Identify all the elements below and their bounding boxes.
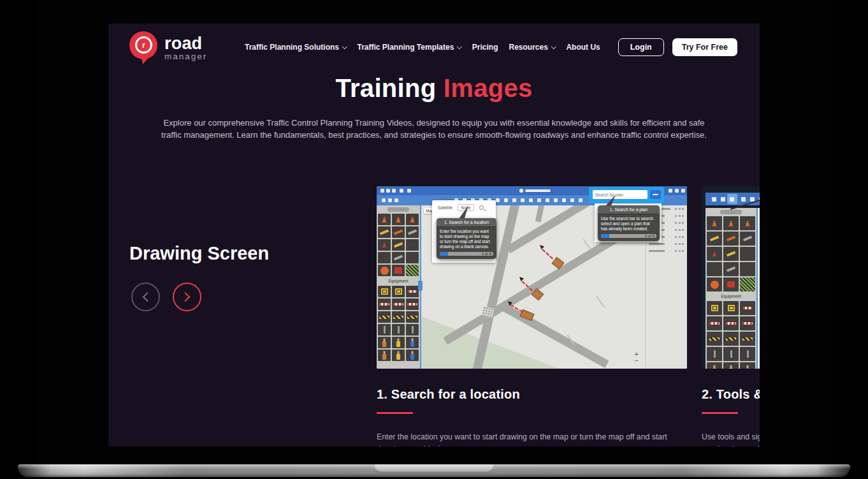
- sign-thumbnail: [392, 298, 405, 310]
- plan-list-row: [646, 247, 687, 254]
- sign-thumbnail: [378, 298, 391, 310]
- app-logo: [519, 189, 551, 193]
- sign-thumbnail: [406, 214, 419, 225]
- toolbar-icon: [579, 198, 582, 202]
- sign-thumbnail: [740, 301, 755, 315]
- panel-divider: [756, 208, 758, 369]
- tooltip-search-plan: 1. Search for a plan Use the search bar …: [598, 205, 660, 241]
- plan-search-input: [593, 190, 647, 199]
- website-screen: r road manager Traffic Planning Solution…: [108, 24, 760, 446]
- sign-thumbnail: [723, 262, 739, 276]
- road-manager-logo-icon: r: [129, 31, 159, 66]
- sign-thumbnail: [406, 239, 419, 251]
- sign-thumbnail: [378, 311, 391, 323]
- toolbar-icon: [562, 198, 566, 202]
- sign-thumbnail: [723, 232, 739, 246]
- sign-thumbnail: [740, 216, 755, 230]
- sign-thumbnail: [723, 277, 739, 291]
- sign-thumbnail: [378, 350, 391, 361]
- sign-thumbnail: [392, 337, 405, 348]
- toolbar-icon: [741, 197, 746, 202]
- toolbar-icon: [570, 198, 574, 202]
- sign-thumbnail: [378, 239, 391, 251]
- panel-drag-handle: [418, 281, 423, 291]
- chevron-down-icon: [457, 44, 462, 49]
- search-submit-button: [650, 190, 661, 199]
- sidebar-tab: [387, 207, 409, 212]
- sign-thumbnail: [723, 332, 739, 346]
- slide-caption: 2. Tools &: [702, 387, 760, 402]
- nav-traffic-planning-templates[interactable]: Traffic Planning Templates: [358, 43, 461, 52]
- sign-thumbnail: [406, 337, 419, 348]
- toolbar-icon: [382, 198, 386, 202]
- sign-thumbnail: [406, 286, 419, 297]
- toolbar-icon: [394, 198, 398, 202]
- section-title: Drawing Screen: [129, 243, 269, 264]
- chevron-left-icon: [143, 292, 153, 302]
- logo-title: road: [164, 36, 207, 52]
- signs-sidebar: Equipment: [377, 205, 420, 369]
- toolbar-icon: [504, 198, 508, 202]
- sign-thumbnail: [378, 226, 391, 238]
- sign-thumbnail: [392, 311, 405, 323]
- toolbar-icon: [546, 198, 549, 202]
- sign-thumbnail: [707, 277, 722, 291]
- sign-thumbnail: [740, 316, 755, 330]
- toolbar-icon: [554, 198, 558, 202]
- sign-thumbnail: [392, 252, 405, 263]
- tutorial-progress-bar: 1 of 6: [440, 252, 493, 256]
- sign-thumbnail: [723, 316, 739, 330]
- slide-caption: 1. Search for a location: [377, 387, 687, 402]
- sign-thumbnail: [406, 324, 419, 335]
- app-toolbar: [705, 193, 760, 205]
- tutorial-progress-bar: 1 of 6: [601, 234, 656, 238]
- nav-traffic-planning-solutions[interactable]: Traffic Planning Solutions: [245, 43, 347, 52]
- login-button[interactable]: Login: [618, 38, 664, 56]
- sign-thumbnail: [723, 347, 739, 361]
- nav-pricing[interactable]: Pricing: [472, 43, 498, 52]
- nav-resources[interactable]: Resources: [509, 43, 556, 52]
- toolbar-icon: [400, 189, 403, 193]
- tooltip-search-location: 1. Search for a location Enter the locat…: [437, 218, 496, 259]
- sign-thumbnail: [406, 252, 419, 263]
- toolbar-icon: [529, 198, 533, 202]
- screenshot-drawing-app[interactable]: + − Equipment Map: [377, 186, 687, 369]
- sign-thumbnail: [707, 347, 722, 361]
- carousel-next-button[interactable]: [173, 283, 201, 311]
- logo[interactable]: r road manager: [129, 31, 207, 66]
- sign-thumbnail: [378, 337, 391, 348]
- signs-sidebar: Equipment: [705, 208, 756, 369]
- sign-thumbnail: [707, 316, 722, 330]
- map-zoom-controls: + −: [635, 351, 639, 364]
- sign-thumbnail: [406, 265, 419, 276]
- slide-description: Use tools and sign are drawing on the: [702, 431, 760, 446]
- sign-thumbnail: [378, 286, 391, 297]
- sign-thumbnail: [740, 247, 755, 261]
- sign-thumbnail: [723, 247, 739, 261]
- toolbar-icon: [380, 189, 384, 193]
- carousel-prev-button[interactable]: [131, 283, 160, 311]
- toolbar-icon: [669, 189, 672, 193]
- search-icon: [479, 205, 484, 210]
- sign-thumbnail: [378, 265, 391, 276]
- sign-thumbnail: [392, 239, 405, 251]
- toolbar-icon: [386, 189, 390, 193]
- main-nav: Traffic Planning Solutions Traffic Plann…: [245, 43, 600, 52]
- chevron-down-icon: [342, 44, 347, 49]
- sign-thumbnail: [723, 362, 739, 369]
- sign-thumbnail: [740, 362, 755, 369]
- toolbar-icon: [730, 197, 734, 202]
- screenshot-tools-sidebar[interactable]: Map Equipment: [702, 186, 760, 369]
- equipment-section-label: Equipment: [707, 293, 755, 300]
- sign-thumbnail: [392, 350, 405, 361]
- sign-thumbnail: [707, 362, 722, 369]
- sign-thumbnail: [740, 262, 755, 276]
- nav-about-us[interactable]: About Us: [566, 43, 600, 52]
- sign-thumbnail: [740, 232, 755, 246]
- try-for-free-button[interactable]: Try For Free: [672, 38, 737, 56]
- sign-thumbnail: [707, 332, 722, 346]
- toolbar-icon: [496, 198, 500, 202]
- sign-thumbnail: [740, 347, 755, 361]
- caption-underline: [702, 412, 738, 414]
- zoom-out-button: −: [635, 357, 639, 364]
